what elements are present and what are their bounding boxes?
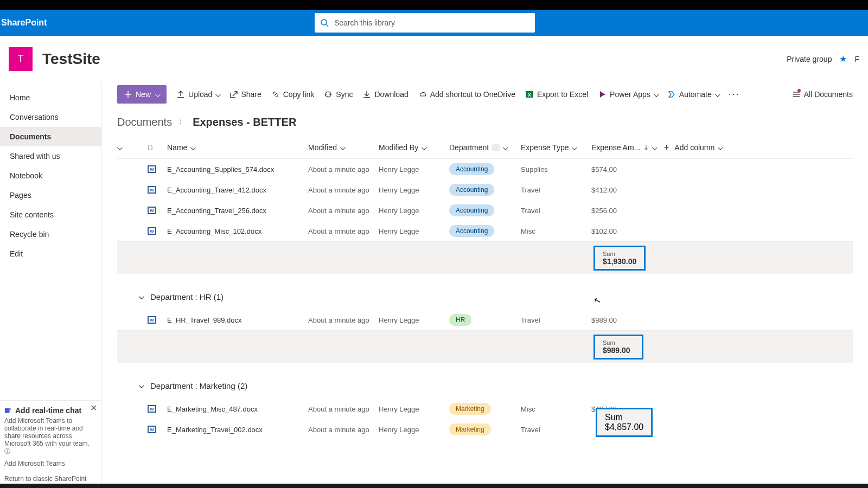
chevron-down-icon [652, 143, 656, 152]
download-button[interactable]: Download [362, 90, 408, 99]
row-name[interactable]: E_Accounting_Supplies_574.docx [167, 165, 308, 174]
nav-item-shared-with-us[interactable]: Shared with us [0, 146, 101, 166]
dept-badge: Marketing [449, 423, 491, 435]
col-expense-amount[interactable]: Expense Am... [591, 143, 664, 152]
row-name[interactable]: E_Accounting_Travel_412.docx [167, 186, 308, 194]
views-button[interactable]: All Documents [792, 90, 853, 99]
export-excel-button[interactable]: X Export to Excel [525, 90, 588, 99]
col-modified[interactable]: Modified [308, 143, 379, 152]
row-icon: W [148, 206, 167, 215]
row-department: HR [449, 314, 521, 326]
breadcrumb-root[interactable]: Documents [117, 116, 172, 129]
word-icon: W [148, 185, 156, 195]
table-row[interactable]: WE_Accounting_Travel_256.docxAbout a min… [117, 200, 853, 221]
row-expense-amount: $574.00 [591, 165, 664, 174]
row-expense-amount: $256.00 [591, 207, 664, 215]
row-modified-by[interactable]: Henry Legge [379, 227, 449, 235]
nav-item-site-contents[interactable]: Site contents [0, 205, 101, 224]
nav-item-pages[interactable]: Pages [0, 185, 101, 205]
row-expense-type: Misc [521, 405, 591, 413]
share-icon [229, 90, 238, 99]
nav-item-recycle-bin[interactable]: Recycle bin [0, 224, 101, 244]
add-shortcut-label: Add shortcut to OneDrive [430, 90, 515, 99]
col-add[interactable]: +Add column [664, 143, 853, 152]
site-name[interactable]: TestSite [42, 50, 100, 68]
row-modified-by[interactable]: Henry Legge [379, 426, 449, 434]
svg-text:W: W [150, 229, 154, 234]
col-modified-label: Modified [308, 143, 337, 152]
table-row[interactable]: WE_Accounting_Misc_102.docxAbout a minut… [117, 221, 853, 241]
table-row[interactable]: WE_Accounting_Travel_412.docxAbout a min… [117, 179, 853, 200]
svg-point-3 [9, 408, 11, 410]
follow-partial[interactable]: F [854, 55, 859, 63]
dept-badge: Accounting [449, 225, 494, 237]
col-modified-by[interactable]: Modified By [379, 143, 449, 152]
more-button[interactable]: ··· [729, 88, 740, 100]
powerapps-icon [598, 90, 607, 99]
row-modified-by[interactable]: Henry Legge [379, 405, 449, 413]
sum-row: Sum$1,930.00 [117, 241, 853, 274]
share-button[interactable]: Share [229, 90, 261, 99]
chevron-down-icon [503, 143, 507, 152]
row-name[interactable]: E_Accounting_Misc_102.docx [167, 227, 308, 235]
automate-button[interactable]: Automate [667, 90, 719, 99]
site-meta: Private group ★ F [787, 54, 859, 64]
copylink-label: Copy link [283, 90, 315, 99]
site-logo[interactable]: T [9, 47, 33, 71]
group-header[interactable]: Department : Marketing (2) [117, 373, 853, 399]
col-file-icon[interactable] [148, 145, 167, 150]
star-icon[interactable]: ★ [839, 54, 847, 64]
row-modified-by[interactable]: Henry Legge [379, 316, 449, 324]
word-icon: W [148, 164, 156, 174]
row-modified: About a minute ago [308, 207, 379, 215]
sum-label: Sum [605, 413, 643, 422]
search-input[interactable] [334, 18, 529, 27]
chevron-down-icon [139, 381, 143, 390]
upload-button[interactable]: Upload [176, 90, 219, 99]
nav-item-edit[interactable]: Edit [0, 244, 101, 264]
nav-item-conversations[interactable]: Conversations [0, 107, 101, 127]
info-icon[interactable]: ⓘ [4, 448, 10, 454]
row-name[interactable]: E_HR_Travel_989.docx [167, 316, 308, 324]
row-modified-by[interactable]: Henry Legge [379, 165, 449, 174]
sync-button[interactable]: Sync [324, 90, 353, 99]
row-modified: About a minute ago [308, 186, 379, 194]
add-shortcut-button[interactable]: Add shortcut to OneDrive [418, 90, 515, 99]
table-row[interactable]: WE_Marketing_Misc_487.docxAbout a minute… [117, 399, 853, 419]
plus-icon [125, 91, 131, 98]
close-icon[interactable]: ✕ [90, 403, 97, 413]
dept-badge: HR [449, 314, 471, 326]
row-name[interactable]: E_Marketing_Travel_002.docx [167, 426, 308, 434]
table-row[interactable]: WE_Accounting_Supplies_574.docxAbout a m… [117, 159, 853, 179]
table-row[interactable]: WE_HR_Travel_989.docxAbout a minute agoH… [117, 310, 853, 330]
col-name[interactable]: Name [167, 143, 308, 152]
row-name[interactable]: E_Accounting_Travel_256.docx [167, 207, 308, 215]
copylink-button[interactable]: Copy link [271, 90, 315, 99]
chevron-right-icon: 〉 [178, 118, 186, 127]
nav-item-documents[interactable]: Documents [0, 127, 101, 146]
chevron-down-icon [139, 292, 143, 301]
row-modified-by[interactable]: Henry Legge [379, 186, 449, 194]
svg-text:W: W [150, 188, 154, 192]
row-name[interactable]: E_Marketing_Misc_487.docx [167, 405, 308, 413]
group-collapse-all[interactable] [117, 143, 148, 152]
chat-promo: ✕ Add real-time chat Add Microsoft Teams… [0, 400, 101, 470]
app-name[interactable]: SharePoint [0, 18, 47, 28]
row-department: Marketing [449, 423, 521, 435]
table-row[interactable]: WE_Marketing_Travel_002.docxAbout a minu… [117, 419, 853, 440]
col-department[interactable]: Department [449, 143, 521, 152]
sort-desc-icon [643, 145, 649, 150]
svg-rect-2 [5, 408, 10, 413]
nav-item-notebook[interactable]: Notebook [0, 166, 101, 185]
file-icon [148, 145, 153, 150]
powerapps-button[interactable]: Power Apps [598, 90, 658, 99]
group-header[interactable]: Department : HR (1) [117, 284, 853, 310]
add-teams-link[interactable]: Add Microsoft Teams [4, 460, 97, 467]
col-expense-type[interactable]: Expense Type [521, 143, 591, 152]
row-modified-by[interactable]: Henry Legge [379, 207, 449, 215]
search-box[interactable] [315, 13, 535, 33]
nav-item-home[interactable]: Home [0, 88, 101, 107]
dept-badge: Accounting [449, 204, 494, 216]
link-icon [271, 90, 280, 99]
new-button[interactable]: New [117, 85, 167, 104]
